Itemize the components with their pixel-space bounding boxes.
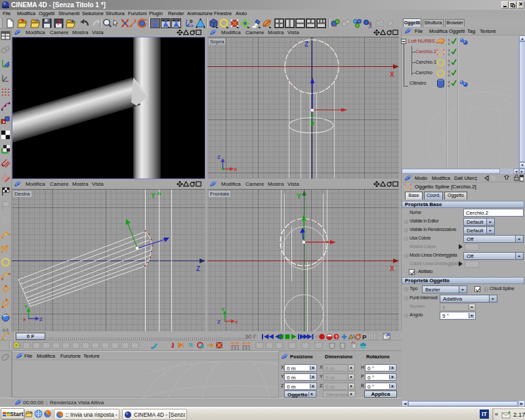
svg-text:Z: Z bbox=[217, 319, 220, 325]
svg-text:X: X bbox=[390, 71, 394, 78]
svg-text:x: x bbox=[235, 319, 238, 325]
svg-text:?: ? bbox=[335, 335, 337, 339]
svg-text:Y: Y bbox=[297, 193, 301, 200]
svg-text:2 3 1: 2 3 1 bbox=[231, 346, 239, 350]
svg-text:Z: Z bbox=[196, 265, 200, 272]
svg-text:P: P bbox=[362, 333, 367, 341]
svg-text:Z: Z bbox=[304, 41, 308, 48]
svg-text:Y: Y bbox=[24, 304, 28, 310]
svg-text:Z: Z bbox=[39, 316, 43, 322]
svg-text:x: x bbox=[23, 316, 26, 322]
svg-text:?: ? bbox=[56, 19, 60, 26]
svg-text:Z: Z bbox=[217, 154, 220, 160]
svg-text:0: 0 bbox=[190, 18, 193, 24]
svg-text:Y: Y bbox=[151, 192, 156, 200]
svg-text:X: X bbox=[390, 265, 394, 272]
svg-text:X: X bbox=[234, 167, 238, 173]
svg-text:2 3 1: 2 3 1 bbox=[242, 346, 250, 350]
